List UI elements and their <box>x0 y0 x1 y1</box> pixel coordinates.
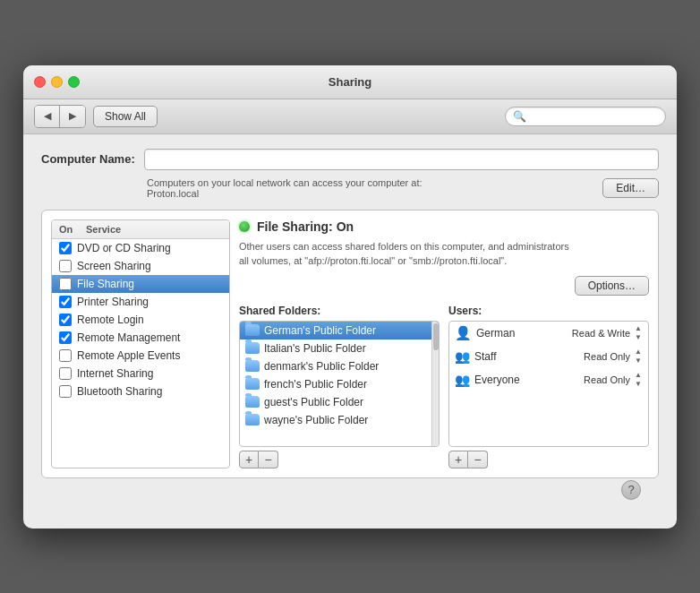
service-item-screen-sharing[interactable]: Screen Sharing <box>52 257 229 275</box>
service-checkbox-remote-login[interactable] <box>59 314 72 326</box>
service-label-internet-sharing: Internet Sharing <box>77 367 153 380</box>
folder-icon <box>245 414 260 425</box>
folder-item-guest[interactable]: guest's Public Folder <box>240 393 439 411</box>
service-label-printer-sharing: Printer Sharing <box>77 296 149 308</box>
service-label-bluetooth-sharing: Bluetooth Sharing <box>77 385 162 398</box>
user-item-staff[interactable]: 👥 Staff Read Only ▲ ▼ <box>449 345 648 368</box>
user-name-everyone: Everyone <box>474 374 584 386</box>
folder-name-german: German's Public Folder <box>264 324 376 337</box>
user-icon-everyone: 👥 <box>455 373 470 387</box>
user-permission-german: Read & Write <box>572 328 630 339</box>
service-checkbox-screen-sharing[interactable] <box>59 260 72 272</box>
folder-name-wayne: wayne's Public Folder <box>264 414 368 426</box>
search-input[interactable] <box>530 110 658 123</box>
window: Sharing ◀ ▶ Show All 🔍 Computer Name: Pr… <box>23 65 677 529</box>
service-checkbox-remote-apple-events[interactable] <box>59 349 72 362</box>
right-panel: File Sharing: On Other users can access … <box>239 219 649 468</box>
service-label-remote-management: Remote Management <box>77 331 180 344</box>
service-description: Other users can access shared folders on… <box>239 239 649 269</box>
service-label-dvd-cd-sharing: DVD or CD Sharing <box>77 242 171 254</box>
user-item-everyone[interactable]: 👥 Everyone Read Only ▲ ▼ <box>449 368 648 391</box>
computer-name-row: Computer Name: Proton <box>41 149 659 170</box>
forward-button[interactable]: ▶ <box>60 106 85 127</box>
traffic-lights <box>34 76 80 88</box>
search-icon: 🔍 <box>513 110 526 123</box>
service-checkbox-file-sharing[interactable] <box>59 278 72 290</box>
bottom-help-row: ? <box>41 478 659 514</box>
service-item-file-sharing[interactable]: File Sharing <box>52 275 229 293</box>
folder-item-german[interactable]: German's Public Folder <box>240 322 439 339</box>
service-item-printer-sharing[interactable]: Printer Sharing <box>52 293 229 311</box>
folder-icon <box>245 324 260 336</box>
add-folder-button[interactable]: + <box>239 451 259 468</box>
folder-item-wayne[interactable]: wayne's Public Folder <box>240 411 439 429</box>
permission-stepper-german[interactable]: ▲ ▼ <box>634 324 643 342</box>
scrollbar-thumb[interactable] <box>433 323 439 350</box>
folder-icon <box>245 396 260 408</box>
service-checkbox-printer-sharing[interactable] <box>59 296 72 308</box>
edit-button[interactable]: Edit… <box>602 178 659 198</box>
options-button[interactable]: Options… <box>575 276 649 296</box>
service-item-dvd-cd-sharing[interactable]: DVD or CD Sharing <box>52 239 229 257</box>
computer-name-label: Computer Name: <box>41 152 135 166</box>
stepper-down-staff[interactable]: ▼ <box>634 357 643 365</box>
users-list[interactable]: 👤 German Read & Write ▲ ▼ 👥 <box>448 321 649 447</box>
network-info-text: Computers on your local network can acce… <box>147 177 592 199</box>
services-list: On Service DVD or CD Sharing Screen Shar… <box>51 219 230 468</box>
search-box: 🔍 <box>505 107 666 126</box>
stepper-up-german[interactable]: ▲ <box>634 324 643 333</box>
maximize-button[interactable] <box>68 76 80 88</box>
minimize-button[interactable] <box>51 76 63 88</box>
user-item-german[interactable]: 👤 German Read & Write ▲ ▼ <box>449 322 648 345</box>
service-checkbox-bluetooth-sharing[interactable] <box>59 385 72 398</box>
permission-stepper-staff[interactable]: ▲ ▼ <box>634 348 643 365</box>
user-name-german: German <box>476 327 572 339</box>
service-label-file-sharing: File Sharing <box>77 278 134 290</box>
toolbar: ◀ ▶ Show All 🔍 <box>23 99 677 134</box>
service-item-remote-apple-events[interactable]: Remote Apple Events <box>52 347 229 365</box>
titlebar: Sharing <box>23 65 677 99</box>
close-button[interactable] <box>34 76 46 88</box>
stepper-up-staff[interactable]: ▲ <box>634 348 643 357</box>
user-permission-everyone: Read Only <box>584 374 630 385</box>
folder-item-french[interactable]: french's Public Folder <box>240 375 439 393</box>
shared-folders-list[interactable]: German's Public Folder Italian's Public … <box>239 321 440 447</box>
folder-icon <box>245 378 260 390</box>
permission-stepper-everyone[interactable]: ▲ ▼ <box>634 371 643 389</box>
folder-name-denmark: denmark's Public Folder <box>264 360 379 373</box>
window-title: Sharing <box>329 75 371 89</box>
service-status-title: File Sharing: On <box>257 219 354 234</box>
stepper-up-everyone[interactable]: ▲ <box>634 371 643 380</box>
services-panel: On Service DVD or CD Sharing Screen Shar… <box>41 210 659 478</box>
folders-add-remove-row: + − <box>239 451 440 468</box>
help-button[interactable]: ? <box>621 480 641 500</box>
computer-name-input[interactable]: Proton <box>144 149 659 170</box>
folder-name-french: french's Public Folder <box>264 378 367 391</box>
service-checkbox-internet-sharing[interactable] <box>59 367 72 380</box>
add-user-button[interactable]: + <box>448 451 468 468</box>
stepper-down-everyone[interactable]: ▼ <box>634 380 643 389</box>
folder-item-italian[interactable]: Italian's Public Folder <box>240 339 439 357</box>
user-icon-german: 👤 <box>455 325 472 341</box>
service-item-remote-login[interactable]: Remote Login <box>52 311 229 329</box>
remove-user-button[interactable]: − <box>468 451 488 468</box>
service-label-remote-apple-events: Remote Apple Events <box>77 349 180 362</box>
folder-item-denmark[interactable]: denmark's Public Folder <box>240 357 439 375</box>
folder-name-guest: guest's Public Folder <box>264 396 363 408</box>
scrollbar[interactable] <box>431 322 439 446</box>
remove-folder-button[interactable]: − <box>259 451 278 468</box>
show-all-button[interactable]: Show All <box>93 106 158 127</box>
folder-icon <box>245 342 260 354</box>
service-item-internet-sharing[interactable]: Internet Sharing <box>52 365 229 382</box>
back-button[interactable]: ◀ <box>35 106 60 127</box>
service-checkbox-dvd-cd-sharing[interactable] <box>59 242 72 254</box>
stepper-down-german[interactable]: ▼ <box>634 333 643 342</box>
shared-folders-label: Shared Folders: <box>239 305 440 317</box>
service-item-bluetooth-sharing[interactable]: Bluetooth Sharing <box>52 382 229 400</box>
nav-buttons: ◀ ▶ <box>34 105 86 128</box>
service-item-remote-management[interactable]: Remote Management <box>52 329 229 347</box>
service-checkbox-remote-management[interactable] <box>59 331 72 344</box>
network-info-row: Computers on your local network can acce… <box>147 177 659 199</box>
user-permission-staff: Read Only <box>584 351 630 362</box>
folders-section: Shared Folders: German's Public Folder I… <box>239 305 440 468</box>
